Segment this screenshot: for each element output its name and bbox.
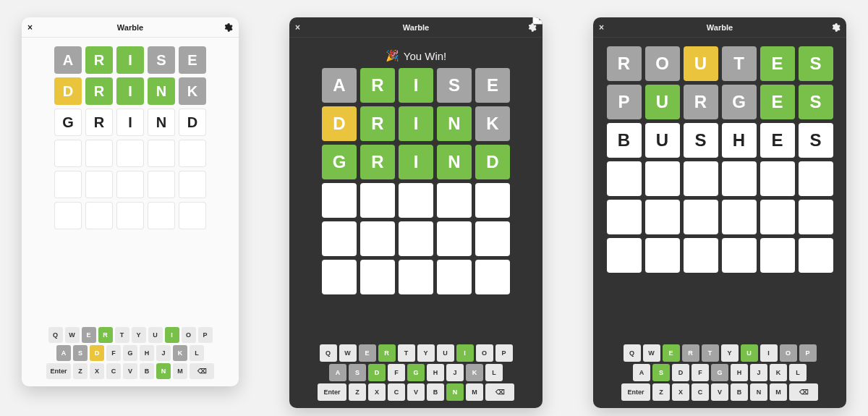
key-t[interactable]: T	[398, 344, 415, 362]
key-c[interactable]: C	[106, 363, 121, 379]
key-n[interactable]: N	[446, 383, 464, 401]
key-c[interactable]: C	[388, 383, 405, 401]
key-i[interactable]: I	[165, 327, 179, 343]
key-s[interactable]: S	[349, 364, 366, 381]
key-t[interactable]: T	[115, 327, 129, 343]
gear-icon[interactable]	[223, 22, 233, 33]
close-icon[interactable]: ×	[295, 23, 300, 32]
backspace-key[interactable]: ⌫	[789, 383, 818, 401]
key-d[interactable]: D	[672, 364, 689, 381]
tile: S	[799, 123, 833, 158]
key-v[interactable]: V	[123, 363, 137, 379]
key-s[interactable]: S	[73, 345, 88, 361]
key-v[interactable]: V	[407, 383, 425, 401]
key-y[interactable]: Y	[132, 327, 146, 343]
tile: R	[607, 46, 642, 81]
key-l[interactable]: L	[190, 345, 204, 361]
key-e[interactable]: E	[82, 327, 96, 343]
key-l[interactable]: L	[789, 364, 807, 381]
key-x[interactable]: X	[368, 383, 386, 401]
key-f[interactable]: F	[106, 345, 121, 361]
key-t[interactable]: T	[702, 344, 719, 362]
key-f[interactable]: F	[388, 364, 405, 381]
tile	[54, 140, 82, 167]
key-m[interactable]: M	[466, 383, 483, 401]
key-l[interactable]: L	[485, 364, 503, 381]
key-r[interactable]: R	[378, 344, 396, 362]
key-g[interactable]: G	[123, 345, 137, 361]
key-o[interactable]: O	[476, 344, 493, 362]
key-b[interactable]: B	[140, 363, 154, 379]
key-b[interactable]: B	[427, 383, 444, 401]
key-j[interactable]: J	[750, 364, 767, 381]
tile	[437, 183, 472, 218]
key-n[interactable]: N	[156, 363, 171, 379]
key-w[interactable]: W	[65, 327, 80, 343]
key-m[interactable]: M	[173, 363, 187, 379]
key-u[interactable]: U	[437, 344, 454, 362]
key-p[interactable]: P	[495, 344, 513, 362]
key-s[interactable]: S	[652, 364, 670, 381]
key-b[interactable]: B	[731, 383, 748, 401]
key-d[interactable]: D	[90, 345, 104, 361]
key-y[interactable]: Y	[721, 344, 739, 362]
key-j[interactable]: J	[156, 345, 171, 361]
gear-icon[interactable]	[830, 22, 841, 33]
key-d[interactable]: D	[368, 364, 386, 381]
key-o[interactable]: O	[780, 344, 797, 362]
key-o[interactable]: O	[182, 327, 196, 343]
key-w[interactable]: W	[643, 344, 660, 362]
key-z[interactable]: Z	[652, 383, 670, 401]
key-j[interactable]: J	[446, 364, 464, 381]
key-q[interactable]: Q	[624, 344, 641, 362]
key-u[interactable]: U	[148, 327, 163, 343]
key-g[interactable]: G	[407, 364, 425, 381]
key-y[interactable]: Y	[417, 344, 435, 362]
key-q[interactable]: Q	[320, 344, 337, 362]
key-i[interactable]: I	[456, 344, 474, 362]
enter-key[interactable]: Enter	[46, 363, 71, 379]
tile	[437, 221, 472, 256]
key-k[interactable]: K	[770, 364, 787, 381]
tile: S	[148, 46, 175, 74]
key-a[interactable]: A	[56, 345, 71, 361]
key-q[interactable]: Q	[48, 327, 63, 343]
key-u[interactable]: U	[741, 344, 758, 362]
tile: S	[799, 85, 833, 119]
key-v[interactable]: V	[711, 383, 728, 401]
enter-key[interactable]: Enter	[318, 383, 346, 401]
key-h[interactable]: H	[427, 364, 444, 381]
key-k[interactable]: K	[173, 345, 187, 361]
key-g[interactable]: G	[711, 364, 728, 381]
close-icon[interactable]: ×	[599, 23, 604, 32]
key-e[interactable]: E	[359, 344, 376, 362]
key-n[interactable]: N	[750, 383, 767, 401]
key-p[interactable]: P	[198, 327, 213, 343]
enter-key[interactable]: Enter	[621, 383, 650, 401]
key-k[interactable]: K	[466, 364, 483, 381]
tile: A	[54, 46, 82, 74]
gear-icon[interactable]	[527, 22, 537, 33]
tile: N	[437, 106, 472, 141]
key-f[interactable]: F	[692, 364, 709, 381]
close-icon[interactable]: ×	[27, 23, 33, 32]
key-w[interactable]: W	[339, 344, 357, 362]
key-i[interactable]: I	[760, 344, 778, 362]
key-h[interactable]: H	[140, 345, 154, 361]
key-e[interactable]: E	[663, 344, 680, 362]
key-a[interactable]: A	[329, 364, 346, 381]
backspace-key[interactable]: ⌫	[190, 363, 214, 379]
key-x[interactable]: X	[90, 363, 104, 379]
tile	[760, 238, 795, 273]
key-a[interactable]: A	[633, 364, 650, 381]
key-m[interactable]: M	[770, 383, 787, 401]
key-r[interactable]: R	[98, 327, 113, 343]
key-p[interactable]: P	[799, 344, 817, 362]
key-r[interactable]: R	[682, 344, 699, 362]
backspace-key[interactable]: ⌫	[485, 383, 514, 401]
key-h[interactable]: H	[731, 364, 748, 381]
key-z[interactable]: Z	[73, 363, 88, 379]
key-x[interactable]: X	[672, 383, 689, 401]
key-c[interactable]: C	[692, 383, 709, 401]
key-z[interactable]: Z	[349, 383, 366, 401]
